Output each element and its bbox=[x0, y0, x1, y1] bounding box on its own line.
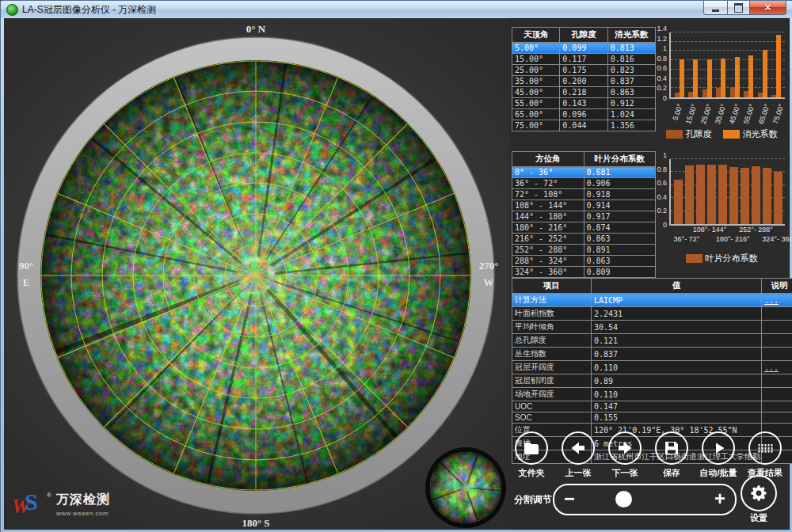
result-row[interactable]: UOC0.147 bbox=[512, 401, 792, 412]
result-note bbox=[762, 334, 792, 348]
result-note bbox=[762, 374, 792, 388]
x-tick-label: 75.00° bbox=[771, 103, 786, 125]
table-row[interactable]: 35.00°0.2000.837 bbox=[512, 76, 656, 87]
table-row[interactable]: 216° - 252°0.863 bbox=[512, 234, 656, 245]
window-title: LA-S冠层图像分析仪 - 万深检测 bbox=[22, 3, 156, 17]
titlebar: LA-S冠层图像分析仪 - 万深检测 bbox=[1, 1, 792, 18]
brand-logo: W S ® 万深检测 www.wseen.com bbox=[12, 492, 110, 520]
table-row[interactable]: 25.00°0.1750.823 bbox=[512, 65, 656, 76]
app-window: LA-S冠层图像分析仪 - 万深检测 ✕ bbox=[0, 0, 792, 532]
result-item: UOC bbox=[512, 401, 592, 412]
arrow-right-icon bbox=[615, 439, 634, 458]
result-note bbox=[762, 388, 792, 401]
bar bbox=[748, 55, 753, 97]
x-tick-label: 55.00° bbox=[742, 103, 756, 125]
bar bbox=[693, 59, 698, 97]
table-row[interactable]: 55.00°0.1430.912 bbox=[512, 98, 656, 109]
save-icon bbox=[662, 439, 681, 458]
table-row[interactable]: 5.00°0.0990.813 bbox=[512, 43, 656, 54]
bar bbox=[752, 166, 760, 224]
cell: 0.863 bbox=[584, 234, 656, 245]
table-row[interactable]: 324° - 360°0.809 bbox=[512, 267, 656, 278]
result-row[interactable]: 冠层郁闭度0.89 bbox=[512, 374, 792, 388]
result-value: 0.121 bbox=[592, 334, 762, 348]
table-row[interactable]: 288° - 324°0.863 bbox=[512, 256, 656, 267]
wseen-logo-icon: W S ® bbox=[12, 492, 53, 520]
cell: 72° - 108° bbox=[512, 189, 584, 200]
cell: 108° - 144° bbox=[512, 200, 584, 211]
result-row[interactable]: 计算方法LAICMP... bbox=[512, 294, 792, 307]
x-tick-label: 45.00° bbox=[728, 103, 742, 125]
toolbar-folder-button[interactable]: 文件夹 bbox=[512, 431, 551, 479]
result-row[interactable]: 平均叶倾角30.54 bbox=[512, 321, 792, 334]
segmentation-slider[interactable]: − + bbox=[553, 484, 737, 515]
result-row[interactable]: 场地开阔度0.110 bbox=[512, 388, 792, 401]
close-button[interactable]: ✕ bbox=[749, 1, 786, 15]
bar bbox=[718, 165, 727, 224]
minimize-button[interactable] bbox=[703, 1, 728, 15]
toolbar-arrow-right-button[interactable]: 下一张 bbox=[605, 431, 645, 479]
slider-plus-button[interactable]: + bbox=[714, 486, 725, 511]
column-header: 项目 bbox=[512, 279, 592, 294]
table-row[interactable]: 36° - 72°0.906 bbox=[512, 178, 656, 189]
cell: 0.200 bbox=[560, 76, 607, 87]
preview-thumbnail[interactable] bbox=[424, 446, 508, 530]
result-row[interactable]: SOC0.155 bbox=[512, 412, 792, 424]
table-row[interactable]: 144° - 180°0.917 bbox=[512, 211, 656, 222]
table-row[interactable]: 0° - 36°0.681 bbox=[512, 167, 656, 178]
legend-label: 孔隙度 bbox=[686, 128, 712, 140]
table-row[interactable]: 72° - 108°0.918 bbox=[512, 189, 656, 200]
table-row[interactable]: 65.00°0.0961.024 bbox=[512, 109, 656, 120]
compass-north-label: 0° N bbox=[208, 23, 303, 36]
result-row[interactable]: 总孔隙度0.121 bbox=[512, 334, 792, 348]
slider-thumb[interactable] bbox=[615, 491, 632, 507]
cell: 0.044 bbox=[560, 120, 607, 131]
column-header: 值 bbox=[592, 279, 762, 294]
compass-south-label: 180° S bbox=[208, 517, 303, 530]
bar bbox=[685, 165, 694, 224]
cell: 180° - 216° bbox=[512, 222, 584, 234]
cell: 0.813 bbox=[607, 43, 655, 54]
settings-button[interactable]: 设置 bbox=[741, 475, 777, 524]
slider-minus-button[interactable]: − bbox=[564, 486, 575, 511]
result-item: 冠层开阔度 bbox=[512, 361, 592, 374]
y-tick-label: 0.8 bbox=[655, 55, 667, 63]
toolbar-play-button[interactable]: 自动/批量 bbox=[699, 431, 738, 479]
toolbar-button-label: 下一张 bbox=[612, 467, 638, 479]
cell: 55.00° bbox=[512, 98, 560, 109]
result-note: ... bbox=[762, 294, 792, 307]
table-row[interactable]: 108° - 144°0.914 bbox=[512, 200, 656, 211]
y-tick-label: 0.4 bbox=[655, 75, 667, 82]
cell: 0.891 bbox=[584, 245, 656, 256]
note-link[interactable]: ... bbox=[764, 296, 779, 305]
cell: 1.356 bbox=[607, 120, 655, 131]
table-row[interactable]: 45.00°0.2180.863 bbox=[512, 87, 656, 98]
cell: 0.096 bbox=[560, 109, 607, 120]
column-header: 孔隙度 bbox=[560, 28, 607, 43]
result-note bbox=[762, 348, 792, 361]
result-row[interactable]: 冠层开阔度0.110... bbox=[512, 361, 792, 374]
result-value: 0.110 bbox=[592, 361, 762, 374]
result-row[interactable]: 叶面积指数2.2431 bbox=[512, 307, 792, 321]
toolbar-arrow-left-button[interactable]: 上一张 bbox=[558, 431, 598, 479]
result-row[interactable]: 丛生指数0.837 bbox=[512, 348, 792, 361]
table-row[interactable]: 252° - 288°0.891 bbox=[512, 245, 656, 256]
x-tick-label: 5.00° bbox=[672, 103, 684, 121]
y-tick-label: 0.2 bbox=[655, 207, 667, 215]
toolbar-save-button[interactable]: 保存 bbox=[652, 431, 691, 479]
toolbar-grid-button[interactable]: 查看结果 bbox=[745, 431, 785, 479]
table-row[interactable]: 180° - 216°0.874 bbox=[512, 222, 656, 234]
legend-item: 消光系数 bbox=[723, 128, 778, 140]
note-link[interactable]: ... bbox=[764, 363, 779, 372]
legend-swatch bbox=[666, 130, 683, 139]
x-tick-label: 252°- 288° bbox=[739, 226, 773, 234]
result-value: 30.54 bbox=[592, 321, 762, 334]
table-row[interactable]: 75.00°0.0441.356 bbox=[512, 120, 656, 131]
zenith-table-header: 天顶角孔隙度消光系数 bbox=[512, 28, 656, 43]
maximize-button[interactable] bbox=[728, 1, 749, 15]
y-tick-label: 0.6 bbox=[655, 65, 667, 72]
table-row[interactable]: 15.00°0.1170.816 bbox=[512, 54, 656, 65]
result-note bbox=[762, 401, 792, 412]
result-note bbox=[762, 321, 792, 334]
result-note bbox=[762, 307, 792, 321]
